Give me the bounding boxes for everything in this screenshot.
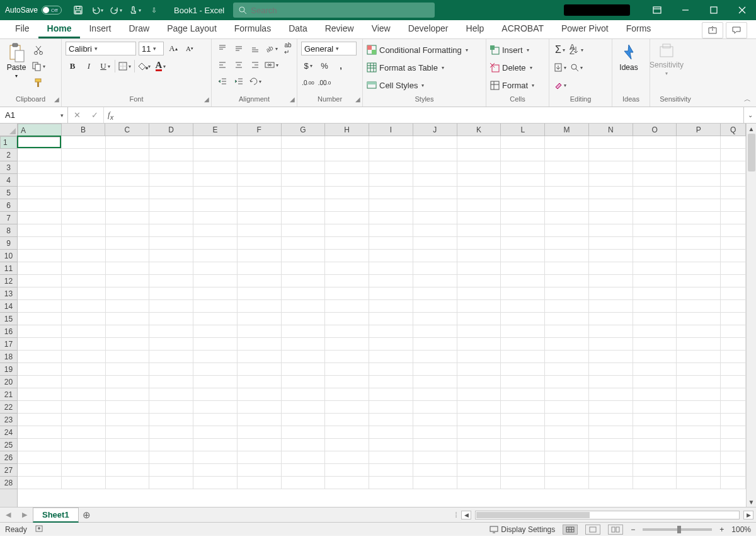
row-header-9[interactable]: 9	[0, 237, 17, 250]
cell-E1[interactable]	[193, 136, 238, 149]
user-account-area[interactable]	[564, 4, 630, 16]
row-header-23[interactable]: 23	[0, 414, 17, 426]
cell-D25[interactable]	[149, 439, 193, 451]
cell-P23[interactable]	[677, 414, 721, 426]
cell-H27[interactable]	[325, 464, 369, 477]
cell-C3[interactable]	[106, 161, 150, 174]
cell-H11[interactable]	[325, 262, 369, 275]
cell-Q20[interactable]	[721, 376, 746, 388]
sheet-tab-active[interactable]: Sheet1	[33, 508, 79, 523]
cell-K13[interactable]	[457, 287, 501, 300]
cell-area[interactable]	[18, 136, 746, 507]
row-header-2[interactable]: 2	[0, 149, 17, 161]
cell-O16[interactable]	[633, 325, 677, 338]
cell-A8[interactable]	[18, 224, 62, 237]
cell-C25[interactable]	[106, 439, 150, 451]
cell-F15[interactable]	[238, 313, 282, 325]
cell-N22[interactable]	[589, 401, 633, 414]
cell-H25[interactable]	[325, 439, 369, 451]
cell-A3[interactable]	[18, 161, 62, 174]
cell-P25[interactable]	[677, 439, 721, 451]
cell-P18[interactable]	[677, 351, 721, 363]
cell-M9[interactable]	[545, 237, 589, 250]
cell-D15[interactable]	[149, 313, 193, 325]
cell-A25[interactable]	[18, 439, 62, 451]
cell-G12[interactable]	[282, 275, 326, 287]
cell-G2[interactable]	[282, 149, 326, 161]
cell-G20[interactable]	[282, 376, 326, 388]
cell-J15[interactable]	[413, 313, 457, 325]
row-header-15[interactable]: 15	[0, 313, 17, 325]
cell-K28[interactable]	[457, 477, 501, 489]
cell-D5[interactable]	[149, 187, 193, 199]
clipboard-launcher[interactable]: ◢	[54, 96, 59, 103]
cell-D2[interactable]	[149, 149, 193, 161]
cell-L14[interactable]	[501, 300, 545, 313]
shrink-font-button[interactable]: A▾	[183, 42, 197, 55]
italic-button[interactable]: I	[82, 59, 96, 73]
cell-N17[interactable]	[589, 338, 633, 351]
cell-B4[interactable]	[62, 174, 106, 187]
cell-L4[interactable]	[501, 174, 545, 187]
cell-F28[interactable]	[238, 477, 282, 489]
cell-Q17[interactable]	[721, 338, 746, 351]
cell-P5[interactable]	[677, 187, 721, 199]
align-center-button[interactable]	[232, 58, 246, 72]
cell-K25[interactable]	[457, 439, 501, 451]
cell-I23[interactable]	[369, 414, 413, 426]
row-header-3[interactable]: 3	[0, 161, 17, 174]
cell-J9[interactable]	[413, 237, 457, 250]
column-header-D[interactable]: D	[149, 124, 193, 136]
cell-E12[interactable]	[193, 275, 238, 287]
cell-C24[interactable]	[106, 426, 150, 439]
cell-K21[interactable]	[457, 388, 501, 401]
cell-H28[interactable]	[325, 477, 369, 489]
cell-J27[interactable]	[413, 464, 457, 477]
cell-M14[interactable]	[545, 300, 589, 313]
cell-E13[interactable]	[193, 287, 238, 300]
row-header-28[interactable]: 28	[0, 477, 17, 489]
cell-J25[interactable]	[413, 439, 457, 451]
cell-L13[interactable]	[501, 287, 545, 300]
cell-P28[interactable]	[677, 477, 721, 489]
cell-C19[interactable]	[106, 363, 150, 376]
cell-I28[interactable]	[369, 477, 413, 489]
cell-N6[interactable]	[589, 199, 633, 212]
cell-E22[interactable]	[193, 401, 238, 414]
row-header-16[interactable]: 16	[0, 325, 17, 338]
cell-L23[interactable]	[501, 414, 545, 426]
tab-home[interactable]: Home	[38, 20, 81, 38]
cell-O8[interactable]	[633, 224, 677, 237]
cell-H14[interactable]	[325, 300, 369, 313]
cell-B19[interactable]	[62, 363, 106, 376]
cell-I17[interactable]	[369, 338, 413, 351]
cell-P24[interactable]	[677, 426, 721, 439]
cell-N20[interactable]	[589, 376, 633, 388]
cell-Q9[interactable]	[721, 237, 746, 250]
formula-input[interactable]	[117, 110, 740, 120]
cell-I21[interactable]	[369, 388, 413, 401]
autosave-toggle[interactable]: Off	[42, 6, 62, 14]
number-launcher[interactable]: ◢	[355, 96, 360, 103]
cell-E24[interactable]	[193, 426, 238, 439]
alignment-launcher[interactable]: ◢	[290, 96, 295, 103]
cell-D18[interactable]	[149, 351, 193, 363]
align-right-button[interactable]	[248, 58, 262, 72]
zoom-slider[interactable]	[643, 528, 712, 531]
tab-draw[interactable]: Draw	[120, 20, 158, 38]
cell-G22[interactable]	[282, 401, 326, 414]
row-header-21[interactable]: 21	[0, 388, 17, 401]
cell-E5[interactable]	[193, 187, 238, 199]
cell-J2[interactable]	[413, 149, 457, 161]
cell-A14[interactable]	[18, 300, 62, 313]
number-format-select[interactable]: General▾	[301, 42, 357, 55]
cell-H17[interactable]	[325, 338, 369, 351]
cell-Q24[interactable]	[721, 426, 746, 439]
cell-N15[interactable]	[589, 313, 633, 325]
display-settings-button[interactable]: Display Settings	[490, 525, 555, 534]
cell-B14[interactable]	[62, 300, 106, 313]
comma-style-button[interactable]: ,	[334, 59, 348, 72]
cell-H1[interactable]	[325, 136, 369, 149]
cell-A28[interactable]	[18, 477, 62, 489]
macro-record-icon[interactable]	[35, 524, 43, 535]
